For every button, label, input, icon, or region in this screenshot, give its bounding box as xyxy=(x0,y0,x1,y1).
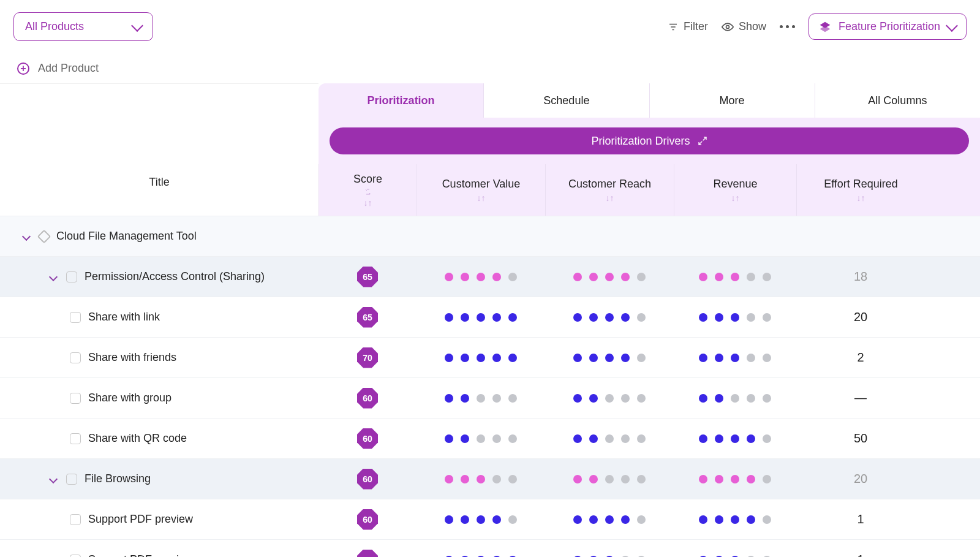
rating-dot-icon xyxy=(589,354,598,362)
score-cell[interactable]: 65 xyxy=(318,267,417,287)
row-checkbox[interactable] xyxy=(66,271,77,282)
score-cell[interactable]: 65 xyxy=(318,307,417,328)
table-row: Support PDF preview791 xyxy=(0,539,980,557)
col-effort[interactable]: Effort Required↓↑ xyxy=(796,164,925,216)
col-customer-value[interactable]: Customer Value↓↑ xyxy=(417,164,545,216)
rating-dot-icon xyxy=(589,394,598,403)
rating-dot-icon xyxy=(605,515,614,524)
rating-cell-rev[interactable] xyxy=(674,313,796,322)
chevron-down-icon[interactable] xyxy=(22,232,31,240)
sort-icon: ↓↑ xyxy=(606,193,614,203)
rating-dot-icon xyxy=(573,475,582,483)
rating-dot-icon xyxy=(715,273,723,281)
score-cell[interactable]: 60 xyxy=(318,469,417,490)
table-row: Share with QR code6050 xyxy=(0,418,980,458)
rating-cell-cv[interactable] xyxy=(417,434,545,443)
svg-point-3 xyxy=(726,25,729,28)
rating-dot-icon xyxy=(731,515,739,524)
effort-cell[interactable]: — xyxy=(796,391,925,405)
rating-cell-rev[interactable] xyxy=(674,394,796,403)
rating-cell-cv[interactable] xyxy=(417,515,545,524)
score-cell[interactable]: 60 xyxy=(318,428,417,449)
effort-cell[interactable]: 18 xyxy=(796,270,925,284)
right-header: Prioritization Schedule More All Columns… xyxy=(318,83,980,216)
effort-cell[interactable]: 1 xyxy=(796,553,925,557)
rating-cell-rev[interactable] xyxy=(674,354,796,362)
rating-dot-icon xyxy=(731,354,739,362)
score-badge: 70 xyxy=(357,347,378,368)
effort-cell[interactable]: 1 xyxy=(796,512,925,526)
rating-cell-cr[interactable] xyxy=(545,273,674,281)
score-badge: 65 xyxy=(357,267,378,287)
score-cell[interactable]: 70 xyxy=(318,347,417,368)
rating-cell-rev[interactable] xyxy=(674,515,796,524)
effort-cell[interactable]: 50 xyxy=(796,431,925,445)
row-checkbox[interactable] xyxy=(70,352,81,363)
product-selector[interactable]: All Products xyxy=(13,12,153,41)
rating-dot-icon xyxy=(492,273,501,281)
tab-more[interactable]: More xyxy=(649,83,815,118)
more-menu-button[interactable] xyxy=(780,25,795,28)
rating-cell-rev[interactable] xyxy=(674,273,796,281)
score-cell[interactable]: 60 xyxy=(318,388,417,409)
rating-dot-icon xyxy=(747,313,755,322)
rating-cell-cv[interactable] xyxy=(417,354,545,362)
rating-dot-icon xyxy=(492,434,501,443)
row-checkbox[interactable] xyxy=(70,312,81,323)
tab-schedule[interactable]: Schedule xyxy=(483,83,649,118)
rating-cell-cv[interactable] xyxy=(417,313,545,322)
row-checkbox[interactable] xyxy=(66,474,77,485)
rating-dot-icon xyxy=(637,475,646,483)
chevron-down-icon[interactable] xyxy=(49,272,58,281)
table-row: Share with group60— xyxy=(0,377,980,418)
title-column-header: Title xyxy=(0,83,318,206)
rating-dot-icon xyxy=(477,313,485,322)
rating-cell-rev[interactable] xyxy=(674,475,796,483)
effort-cell[interactable]: 20 xyxy=(796,310,925,324)
rating-dot-icon xyxy=(747,273,755,281)
col-revenue[interactable]: Revenue↓↑ xyxy=(674,164,796,216)
rating-cell-cv[interactable] xyxy=(417,475,545,483)
row-checkbox[interactable] xyxy=(70,555,81,558)
rating-dot-icon xyxy=(715,434,723,443)
chevron-down-icon xyxy=(131,20,143,32)
tab-prioritization[interactable]: Prioritization xyxy=(318,83,483,118)
chevron-down-icon[interactable] xyxy=(49,474,58,483)
rating-dot-icon xyxy=(699,273,707,281)
rating-dot-icon xyxy=(573,313,582,322)
tab-all-columns[interactable]: All Columns xyxy=(815,83,980,118)
rating-dot-icon xyxy=(461,354,469,362)
col-customer-reach[interactable]: Customer Reach↓↑ xyxy=(545,164,674,216)
rating-cell-cv[interactable] xyxy=(417,273,545,281)
rating-cell-cr[interactable] xyxy=(545,515,674,524)
rating-dot-icon xyxy=(605,313,614,322)
filter-icon xyxy=(668,21,679,32)
rating-cell-cr[interactable] xyxy=(545,394,674,403)
view-switcher[interactable]: Feature Prioritization xyxy=(809,13,967,40)
rating-cell-cv[interactable] xyxy=(417,394,545,403)
row-checkbox[interactable] xyxy=(70,393,81,404)
row-title: Permission/Access Control (Sharing) xyxy=(85,270,265,283)
rating-dot-icon xyxy=(445,313,453,322)
effort-cell[interactable]: 20 xyxy=(796,472,925,486)
col-score[interactable]: Score ↓↑ xyxy=(318,164,417,216)
score-cell[interactable]: 60 xyxy=(318,509,417,530)
rating-cell-cr[interactable] xyxy=(545,434,674,443)
row-checkbox[interactable] xyxy=(70,433,81,444)
prioritization-drivers-button[interactable]: Prioritization Drivers xyxy=(330,127,969,154)
row-checkbox[interactable] xyxy=(70,514,81,525)
add-product-row[interactable]: + Add Product xyxy=(0,53,980,83)
row-title: Support PDF preview xyxy=(88,513,193,526)
rating-cell-cr[interactable] xyxy=(545,475,674,483)
score-badge: 79 xyxy=(357,550,378,558)
score-cell[interactable]: 79 xyxy=(318,550,417,558)
rating-cell-rev[interactable] xyxy=(674,434,796,443)
filter-button[interactable]: Filter xyxy=(668,20,708,33)
rating-cell-cr[interactable] xyxy=(545,354,674,362)
table-row: Cloud File Management Tool xyxy=(0,216,980,256)
rating-cell-cr[interactable] xyxy=(545,313,674,322)
rating-dot-icon xyxy=(477,434,485,443)
rating-dot-icon xyxy=(477,475,485,483)
show-button[interactable]: Show xyxy=(722,20,766,33)
effort-cell[interactable]: 2 xyxy=(796,350,925,365)
